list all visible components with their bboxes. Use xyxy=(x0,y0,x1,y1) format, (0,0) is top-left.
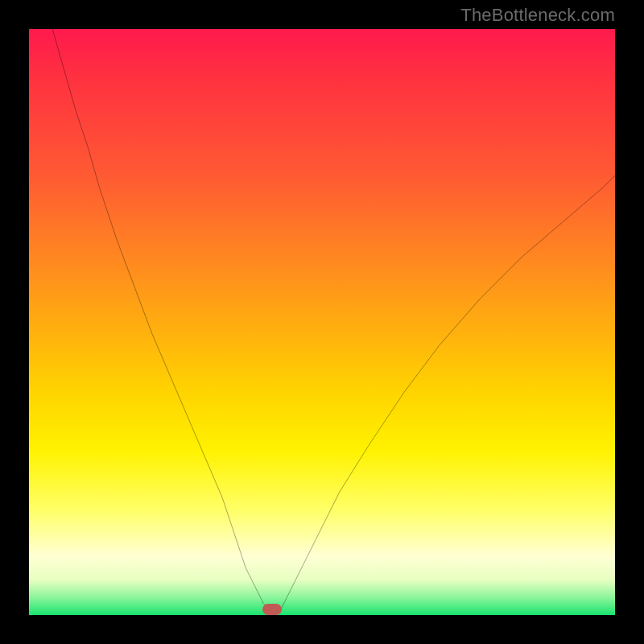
outer-frame: TheBottleneck.com xyxy=(0,0,644,644)
minimum-marker xyxy=(262,604,282,615)
bottleneck-curve xyxy=(29,29,615,615)
plot-area xyxy=(29,29,615,615)
watermark-text: TheBottleneck.com xyxy=(460,5,615,26)
curve-path xyxy=(52,29,615,609)
